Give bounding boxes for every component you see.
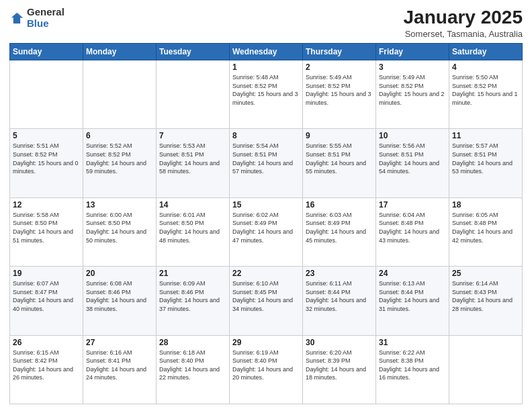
- day-number: 16: [306, 200, 373, 210]
- day-info: Sunrise: 6:03 AM Sunset: 8:49 PM Dayligh…: [306, 211, 373, 244]
- day-number: 27: [86, 338, 153, 347]
- logo-text: General Blue: [27, 7, 64, 29]
- day-info: Sunrise: 6:05 AM Sunset: 8:48 PM Dayligh…: [452, 211, 519, 244]
- day-cell: 11Sunrise: 5:57 AM Sunset: 8:51 PM Dayli…: [449, 129, 523, 197]
- day-cell: [83, 60, 157, 129]
- day-info: Sunrise: 6:01 AM Sunset: 8:50 PM Dayligh…: [159, 211, 226, 244]
- day-number: 5: [13, 131, 80, 140]
- day-info: Sunrise: 5:49 AM Sunset: 8:52 PM Dayligh…: [306, 73, 373, 107]
- day-number: 31: [379, 338, 446, 347]
- week-row-4: 19Sunrise: 6:07 AM Sunset: 8:47 PM Dayli…: [10, 267, 523, 335]
- day-cell: 4Sunrise: 5:50 AM Sunset: 8:52 PM Daylig…: [449, 60, 523, 129]
- day-number: 1: [232, 62, 300, 72]
- day-info: Sunrise: 6:13 AM Sunset: 8:44 PM Dayligh…: [379, 279, 446, 313]
- day-number: 12: [13, 200, 80, 210]
- day-cell: 6Sunrise: 5:52 AM Sunset: 8:52 PM Daylig…: [83, 129, 157, 197]
- day-number: 23: [306, 269, 373, 278]
- day-number: 20: [86, 269, 153, 278]
- day-header-row: Sunday Monday Tuesday Wednesday Thursday…: [10, 44, 523, 60]
- header: General Blue January 2025 Somerset, Tasm…: [9, 7, 523, 39]
- day-info: Sunrise: 5:50 AM Sunset: 8:52 PM Dayligh…: [452, 73, 519, 107]
- day-cell: 19Sunrise: 6:07 AM Sunset: 8:47 PM Dayli…: [10, 267, 83, 335]
- day-info: Sunrise: 6:16 AM Sunset: 8:41 PM Dayligh…: [86, 349, 153, 382]
- day-info: Sunrise: 6:00 AM Sunset: 8:50 PM Dayligh…: [86, 211, 153, 244]
- day-info: Sunrise: 5:48 AM Sunset: 8:52 PM Dayligh…: [232, 73, 300, 107]
- day-info: Sunrise: 5:58 AM Sunset: 8:50 PM Dayligh…: [13, 211, 80, 244]
- day-info: Sunrise: 5:54 AM Sunset: 8:51 PM Dayligh…: [232, 142, 300, 175]
- day-cell: 29Sunrise: 6:19 AM Sunset: 8:40 PM Dayli…: [230, 335, 303, 404]
- day-number: 30: [306, 338, 373, 347]
- logo-icon: [9, 11, 24, 26]
- day-cell: 12Sunrise: 5:58 AM Sunset: 8:50 PM Dayli…: [10, 197, 83, 266]
- day-cell: 31Sunrise: 6:22 AM Sunset: 8:38 PM Dayli…: [376, 335, 449, 404]
- col-tuesday: Tuesday: [157, 44, 230, 60]
- logo-general-text: General: [27, 7, 64, 18]
- day-number: 6: [86, 131, 153, 140]
- day-cell: 14Sunrise: 6:01 AM Sunset: 8:50 PM Dayli…: [157, 197, 230, 266]
- day-cell: 8Sunrise: 5:54 AM Sunset: 8:51 PM Daylig…: [230, 129, 303, 197]
- day-info: Sunrise: 5:51 AM Sunset: 8:52 PM Dayligh…: [13, 142, 80, 175]
- logo: General Blue: [9, 7, 64, 29]
- day-number: 19: [13, 269, 80, 278]
- day-number: 7: [159, 131, 226, 140]
- day-cell: 21Sunrise: 6:09 AM Sunset: 8:46 PM Dayli…: [157, 267, 230, 335]
- day-info: Sunrise: 6:11 AM Sunset: 8:44 PM Dayligh…: [306, 279, 373, 313]
- col-sunday: Sunday: [10, 44, 83, 60]
- calendar-table: Sunday Monday Tuesday Wednesday Thursday…: [9, 43, 523, 404]
- week-row-5: 26Sunrise: 6:15 AM Sunset: 8:42 PM Dayli…: [10, 335, 523, 404]
- day-info: Sunrise: 6:02 AM Sunset: 8:49 PM Dayligh…: [232, 211, 300, 244]
- day-info: Sunrise: 6:07 AM Sunset: 8:47 PM Dayligh…: [13, 279, 80, 313]
- day-info: Sunrise: 6:20 AM Sunset: 8:39 PM Dayligh…: [306, 349, 373, 382]
- page: General Blue January 2025 Somerset, Tasm…: [0, 0, 532, 411]
- day-number: 8: [232, 131, 300, 140]
- day-number: 15: [232, 200, 300, 210]
- day-cell: 13Sunrise: 6:00 AM Sunset: 8:50 PM Dayli…: [83, 197, 157, 266]
- day-cell: 1Sunrise: 5:48 AM Sunset: 8:52 PM Daylig…: [230, 60, 303, 129]
- week-row-3: 12Sunrise: 5:58 AM Sunset: 8:50 PM Dayli…: [10, 197, 523, 266]
- calendar-title: January 2025: [404, 7, 523, 28]
- day-number: 21: [159, 269, 226, 278]
- day-info: Sunrise: 5:53 AM Sunset: 8:51 PM Dayligh…: [159, 142, 226, 175]
- day-info: Sunrise: 6:19 AM Sunset: 8:40 PM Dayligh…: [232, 349, 300, 382]
- day-cell: [157, 60, 230, 129]
- day-number: 3: [379, 62, 446, 72]
- col-thursday: Thursday: [303, 44, 376, 60]
- day-number: 22: [232, 269, 300, 278]
- day-cell: 10Sunrise: 5:56 AM Sunset: 8:51 PM Dayli…: [376, 129, 449, 197]
- day-info: Sunrise: 5:49 AM Sunset: 8:52 PM Dayligh…: [379, 73, 446, 107]
- day-cell: 18Sunrise: 6:05 AM Sunset: 8:48 PM Dayli…: [449, 197, 523, 266]
- day-info: Sunrise: 6:22 AM Sunset: 8:38 PM Dayligh…: [379, 349, 446, 382]
- day-cell: 5Sunrise: 5:51 AM Sunset: 8:52 PM Daylig…: [10, 129, 83, 197]
- calendar-location: Somerset, Tasmania, Australia: [404, 29, 523, 39]
- day-cell: 16Sunrise: 6:03 AM Sunset: 8:49 PM Dayli…: [303, 197, 376, 266]
- day-cell: 2Sunrise: 5:49 AM Sunset: 8:52 PM Daylig…: [303, 60, 376, 129]
- day-cell: 22Sunrise: 6:10 AM Sunset: 8:45 PM Dayli…: [230, 267, 303, 335]
- day-number: 9: [306, 131, 373, 140]
- day-info: Sunrise: 6:04 AM Sunset: 8:48 PM Dayligh…: [379, 211, 446, 244]
- logo-blue-text: Blue: [27, 18, 64, 30]
- day-number: 29: [232, 338, 300, 347]
- day-cell: 27Sunrise: 6:16 AM Sunset: 8:41 PM Dayli…: [83, 335, 157, 404]
- day-info: Sunrise: 6:14 AM Sunset: 8:43 PM Dayligh…: [452, 279, 519, 313]
- day-cell: 9Sunrise: 5:55 AM Sunset: 8:51 PM Daylig…: [303, 129, 376, 197]
- day-cell: 7Sunrise: 5:53 AM Sunset: 8:51 PM Daylig…: [157, 129, 230, 197]
- day-cell: 26Sunrise: 6:15 AM Sunset: 8:42 PM Dayli…: [10, 335, 83, 404]
- day-number: 25: [452, 269, 519, 278]
- week-row-2: 5Sunrise: 5:51 AM Sunset: 8:52 PM Daylig…: [10, 129, 523, 197]
- day-info: Sunrise: 6:10 AM Sunset: 8:45 PM Dayligh…: [232, 279, 300, 313]
- day-info: Sunrise: 6:15 AM Sunset: 8:42 PM Dayligh…: [13, 349, 80, 382]
- svg-marker-0: [11, 12, 22, 23]
- day-info: Sunrise: 6:18 AM Sunset: 8:40 PM Dayligh…: [159, 349, 226, 382]
- day-cell: [449, 335, 523, 404]
- day-number: 24: [379, 269, 446, 278]
- day-number: 2: [306, 62, 373, 72]
- day-cell: 25Sunrise: 6:14 AM Sunset: 8:43 PM Dayli…: [449, 267, 523, 335]
- day-cell: 23Sunrise: 6:11 AM Sunset: 8:44 PM Dayli…: [303, 267, 376, 335]
- col-monday: Monday: [83, 44, 157, 60]
- day-cell: 24Sunrise: 6:13 AM Sunset: 8:44 PM Dayli…: [376, 267, 449, 335]
- day-number: 28: [159, 338, 226, 347]
- day-info: Sunrise: 6:09 AM Sunset: 8:46 PM Dayligh…: [159, 279, 226, 313]
- day-number: 17: [379, 200, 446, 210]
- col-saturday: Saturday: [449, 44, 523, 60]
- day-cell: 20Sunrise: 6:08 AM Sunset: 8:46 PM Dayli…: [83, 267, 157, 335]
